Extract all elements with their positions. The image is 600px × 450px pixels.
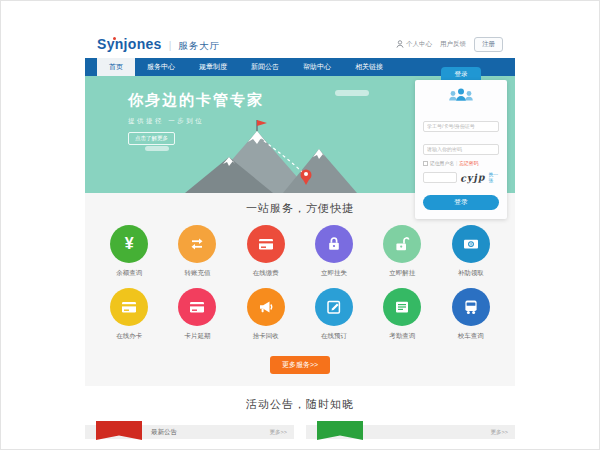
unlock-icon[interactable]: [383, 225, 421, 263]
service-item-subsidy[interactable]: 补助领取: [436, 225, 504, 278]
service-item-balance[interactable]: ¥ 余额查询: [95, 225, 163, 278]
options-separator: |: [456, 161, 457, 166]
more-link-left[interactable]: 更多>>: [270, 425, 287, 439]
captcha-input[interactable]: [423, 172, 457, 183]
nav-item-help[interactable]: 帮助中心: [291, 58, 343, 76]
service-item-report-loss[interactable]: 立即挂失: [300, 225, 368, 278]
card-icon[interactable]: [247, 225, 285, 263]
header: Synjones | 服务大厅 个人中心 用户反馈 注册: [85, 30, 515, 58]
card-icon[interactable]: [110, 288, 148, 326]
person-icon: [396, 40, 404, 48]
service-item-found-card[interactable]: 拾卡回收: [232, 288, 300, 341]
nav-item-rules[interactable]: 规章制度: [187, 58, 239, 76]
panel-notice-bar: 使用须知 最新公告 更多>>: [85, 425, 294, 439]
service-label: 余额查询: [116, 269, 142, 278]
service-item-apply-card[interactable]: 在线办卡: [95, 288, 163, 341]
logo-text: Synjones: [97, 36, 162, 52]
captcha-refresh-link[interactable]: 换一张: [488, 171, 499, 183]
service-item-unfreeze[interactable]: 立即解挂: [368, 225, 436, 278]
service-label: 在线预订: [321, 332, 347, 341]
announcements-title: 活动公告，随时知晓: [85, 397, 515, 412]
nav-item-service-center[interactable]: 服务中心: [135, 58, 187, 76]
yuan-glyph: ¥: [125, 236, 134, 252]
service-label: 立即解挂: [389, 269, 415, 278]
service-label: 立即挂失: [321, 269, 347, 278]
register-button[interactable]: 注册: [474, 37, 503, 52]
personal-center-link[interactable]: 个人中心: [396, 40, 432, 49]
users-icon: [423, 87, 499, 108]
service-label: 补助领取: [458, 269, 484, 278]
announcement-panels: 使用须知 最新公告 更多>> 使用指南 更多>>: [85, 425, 515, 439]
services-grid: ¥ 余额查询 转账充值 在线缴费 立即挂失: [85, 225, 515, 351]
panel-guide-bar: 使用指南 更多>>: [306, 425, 515, 439]
panel-notice: 使用须知 最新公告 更多>>: [85, 425, 294, 439]
service-item-pay[interactable]: 在线缴费: [232, 225, 300, 278]
announcements-section: 活动公告，随时知晓 使用须知 最新公告 更多>> 使用指南 更多>>: [85, 386, 515, 439]
login-panel: 登录 记住用户名 | 忘记密码 cyjp 换一张: [415, 67, 507, 219]
cloud-decoration: [335, 90, 369, 96]
logo-divider: |: [169, 40, 172, 51]
user-feedback-link[interactable]: 用户反馈: [440, 40, 466, 49]
service-label: 在线缴费: [253, 269, 279, 278]
more-services-button[interactable]: 更多服务>>: [270, 356, 330, 374]
hero-cta-button[interactable]: 点击了解更多: [128, 132, 175, 145]
forgot-password-link[interactable]: 忘记密码: [459, 160, 478, 166]
hero-subtitle: 提供捷径 一步到位: [128, 117, 264, 126]
username-input[interactable]: [423, 121, 499, 132]
remember-label: 记住用户名: [430, 160, 454, 166]
megaphone-icon[interactable]: [247, 288, 285, 326]
lock-icon[interactable]: [315, 225, 353, 263]
login-submit-button[interactable]: 登录: [423, 195, 499, 210]
service-label: 卡片延期: [184, 332, 210, 341]
list-icon[interactable]: [383, 288, 421, 326]
service-item-attendance[interactable]: 考勤查询: [368, 288, 436, 341]
service-label: 校车查询: [458, 332, 484, 341]
service-label: 转账充值: [184, 269, 210, 278]
service-label: 考勤查询: [389, 332, 415, 341]
captcha-row: cyjp 换一张: [423, 171, 499, 183]
yuan-icon[interactable]: ¥: [110, 225, 148, 263]
service-item-school-bus[interactable]: 校车查询: [436, 288, 504, 341]
password-input[interactable]: [423, 144, 499, 155]
service-item-card-extension[interactable]: 卡片延期: [163, 288, 231, 341]
hero-title: 你身边的卡管专家: [128, 91, 264, 110]
logo[interactable]: Synjones | 服务大厅: [97, 36, 220, 53]
banknote-icon[interactable]: [452, 225, 490, 263]
service-label: 在线办卡: [116, 332, 142, 341]
service-label: 拾卡回收: [253, 332, 279, 341]
tab-latest-news[interactable]: 最新公告: [151, 425, 177, 439]
nav-item-news[interactable]: 新闻公告: [239, 58, 291, 76]
cloud-decoration: [145, 146, 169, 151]
bus-icon[interactable]: [452, 288, 490, 326]
site-title: 服务大厅: [178, 40, 220, 53]
captcha-image[interactable]: cyjp: [460, 171, 486, 183]
more-link-right[interactable]: 更多>>: [491, 425, 508, 439]
personal-center-label: 个人中心: [406, 40, 432, 49]
nav-item-home[interactable]: 首页: [97, 58, 135, 76]
login-tab[interactable]: 登录: [441, 67, 481, 80]
hero-copy: 你身边的卡管专家 提供捷径 一步到位 点击了解更多: [128, 91, 264, 145]
panel-guide: 使用指南 更多>>: [306, 425, 515, 439]
edit-icon[interactable]: [315, 288, 353, 326]
card-icon[interactable]: [178, 288, 216, 326]
nav-item-links[interactable]: 相关链接: [343, 58, 395, 76]
service-item-booking[interactable]: 在线预订: [300, 288, 368, 341]
login-form: 记住用户名 | 忘记密码 cyjp 换一张 登录: [415, 80, 507, 219]
transfer-icon[interactable]: [178, 225, 216, 263]
site-container: Synjones | 服务大厅 个人中心 用户反馈 注册 首页 服务中心 规章制…: [85, 30, 515, 439]
ribbon-usage-notice[interactable]: 使用须知: [96, 421, 142, 440]
page-frame: Synjones | 服务大厅 个人中心 用户反馈 注册 首页 服务中心 规章制…: [0, 0, 600, 450]
remember-checkbox[interactable]: [423, 161, 428, 166]
logo-accent: y: [107, 36, 115, 52]
service-item-transfer[interactable]: 转账充值: [163, 225, 231, 278]
services-section: 一站服务，方便快捷 ¥ 余额查询 转账充值 在线缴费: [85, 193, 515, 386]
more-services-wrap: 更多服务>>: [85, 353, 515, 374]
header-links: 个人中心 用户反馈 注册: [396, 37, 503, 52]
ribbon-user-guide[interactable]: 使用指南: [317, 421, 363, 440]
login-options: 记住用户名 | 忘记密码: [423, 160, 499, 166]
